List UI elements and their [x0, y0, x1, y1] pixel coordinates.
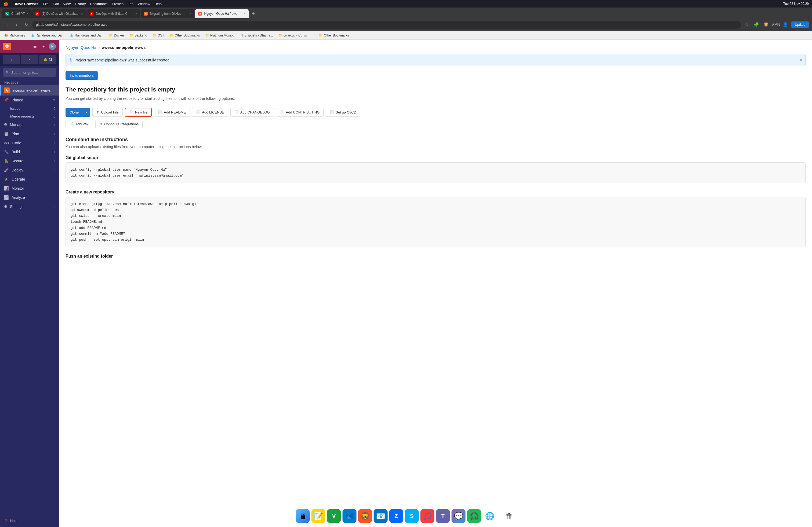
add-contributing-button[interactable]: 📄 Add CONTRIBUTING [276, 108, 324, 117]
dock-outlook[interactable]: 📧 [374, 509, 388, 523]
sidebar-issues[interactable]: Issues 0 [0, 105, 59, 112]
invite-members-button[interactable]: Invite members [66, 71, 98, 80]
add-wiki-button[interactable]: 📄 Add Wiki [66, 120, 93, 128]
clone-button[interactable]: Clone [66, 108, 83, 117]
dock-notes[interactable]: 📝 [311, 509, 325, 523]
dock-music[interactable]: 🎵 [420, 509, 434, 523]
tab-close-nguyen[interactable]: × [244, 12, 245, 15]
upload-file-button[interactable]: ⬆ Upload File [92, 108, 123, 117]
sidebar-pinned[interactable]: 📌 Pinned ∨ [0, 95, 59, 105]
forward-button[interactable]: › [13, 21, 20, 28]
breadcrumb-parent[interactable]: Nguyen Quoc Ha [66, 45, 97, 50]
sidebar-operate[interactable]: ⚡ Operate › [0, 175, 59, 184]
profile-button[interactable]: 👤 [782, 21, 789, 28]
dock-trash[interactable]: 🗑 [503, 509, 516, 523]
bookmarks-overflow[interactable]: » [313, 33, 315, 37]
dock-zalo[interactable]: Z [389, 509, 403, 523]
bookmark-other[interactable]: 📁 Other Bookmarks [168, 33, 202, 38]
dock-spotify[interactable]: 🎧 [467, 509, 481, 523]
tab-nguyen[interactable]: B Nguyen Quoc Ha / awesome-p... × [195, 9, 249, 18]
bookmark-snippets[interactable]: 📋 Snippets - Dhanra... [237, 33, 275, 38]
bookmark-raindrops1[interactable]: 💧 Raindrops and Da... [28, 33, 67, 38]
update-button[interactable]: Update [791, 21, 809, 28]
bookmark-other-bar[interactable]: 📁 Other Bookmarks [317, 33, 351, 38]
menu-history[interactable]: History [75, 2, 86, 6]
apple-menu[interactable]: 🍎 [3, 1, 9, 6]
build-chevron: › [54, 150, 55, 154]
tab-devops1[interactable]: ▶ (1) DevOps with GitLab CI Course - × [32, 9, 86, 18]
bookmark-raindrops2[interactable]: 💧 Raindrops and Da... [68, 33, 105, 38]
sidebar-search[interactable]: 🔍 Search or go to... [3, 68, 56, 77]
bookmark-button[interactable]: ☆ [743, 21, 751, 28]
tab-migrating[interactable]: G Migrating from GitHub Actions | Git...… [141, 9, 194, 18]
address-bar-input[interactable]: gitlab.com/hafinisteam/awesome-pipeline-… [32, 21, 741, 29]
new-tab-button[interactable]: + [249, 9, 257, 18]
dock-finder[interactable]: 🖥 [296, 509, 310, 523]
sidebar-build[interactable]: 🔧 Build › [0, 147, 59, 156]
extensions-button[interactable]: 🧩 [753, 21, 760, 28]
menu-tab[interactable]: Tab [128, 2, 133, 6]
clone-caret-icon: ▾ [85, 110, 87, 114]
tab-close-migrating[interactable]: × [190, 12, 191, 15]
dock-vscode[interactable] [343, 509, 357, 523]
add-license-button[interactable]: 📄 Add LICENSE [192, 108, 228, 117]
dock-messenger[interactable]: 💬 [452, 509, 466, 523]
reload-button[interactable]: ↻ [23, 21, 30, 28]
add-changelog-button[interactable]: 📄 Add CHANGELOG [230, 108, 274, 117]
bookmark-ost[interactable]: 📁 OST [150, 33, 166, 38]
sidebar-project-name[interactable]: A awesome-pipeline-aws [0, 85, 59, 95]
sidebar-merge-requests[interactable]: Merge requests 0 [0, 112, 59, 120]
bookmark-backend[interactable]: 📁 Backend [127, 33, 149, 38]
sidebar-search-label: Search or go to... [11, 71, 38, 75]
tab-devops2[interactable]: ▶ DevOps with GitLab CI - Introductio...… [86, 9, 140, 18]
brave-shields[interactable]: 🦁 [762, 21, 770, 28]
alert-close-button[interactable]: × [800, 58, 802, 62]
dock-chrome[interactable]: 🌐 [483, 509, 497, 523]
sidebar-add-btn[interactable]: + [40, 43, 47, 50]
menu-file[interactable]: File [43, 2, 48, 6]
dock-brave[interactable]: 🦁 [358, 509, 372, 523]
sidebar-plan[interactable]: 📋 Plan › [0, 129, 59, 138]
merge-requests-action[interactable]: ⑂ [3, 55, 20, 64]
add-readme-label: Add README [164, 110, 186, 114]
bookmark-docker[interactable]: 📁 Docker [106, 33, 126, 38]
back-button[interactable]: ‹ [3, 21, 11, 28]
sidebar-deploy[interactable]: 🚀 Deploy › [0, 166, 59, 175]
sidebar-analyze[interactable]: 📈 Analyze › [0, 193, 59, 202]
user-avatar[interactable]: N [49, 43, 56, 50]
menu-view[interactable]: View [63, 2, 71, 6]
configure-integrations-button[interactable]: ⚙ Configure Integrations [95, 120, 143, 128]
setup-cicd-button[interactable]: 📄 Set up CI/CD [326, 108, 360, 117]
tab-close-devops2[interactable]: × [135, 12, 137, 15]
notifications-action[interactable]: 🔔 42 [39, 55, 56, 64]
menu-profiles[interactable]: Profiles [112, 2, 124, 6]
dock-skype[interactable]: S [405, 509, 419, 523]
sidebar-monitor[interactable]: 📊 Monitor › [0, 184, 59, 193]
sidebar-code[interactable]: </> Code › [0, 138, 59, 147]
menu-help[interactable]: Help [155, 2, 162, 6]
dock-vim[interactable]: V [327, 509, 341, 523]
menu-window[interactable]: Window [138, 2, 150, 6]
tab-close-chatgpt[interactable]: × [27, 12, 28, 15]
sidebar-help[interactable]: ❓ Help [4, 517, 55, 524]
analyze-icon: 📈 [4, 195, 9, 200]
tab-close-devops1[interactable]: × [81, 12, 83, 15]
vpn-button[interactable]: VPN [772, 21, 780, 28]
dock-teams[interactable]: T [436, 509, 450, 523]
bookmark-platinum[interactable]: 📁 Platinum Mosaic [203, 33, 236, 38]
bookmark-midjourney[interactable]: 🎨 Midjourney [2, 33, 27, 38]
monitor-icon: 📊 [4, 186, 9, 191]
menu-bookmarks[interactable]: Bookmarks [90, 2, 108, 6]
sidebar-secure[interactable]: 🔒 Secure › [0, 156, 59, 166]
clone-dropdown-button[interactable]: ▾ [83, 108, 90, 117]
menu-edit[interactable]: Edit [53, 2, 59, 6]
bookmark-cwarcup[interactable]: 📁 cwarcup - Curtis... [276, 33, 312, 38]
sidebar-toggle-btn[interactable]: ☰ [32, 43, 38, 50]
issues-action[interactable]: ✓ [21, 55, 38, 64]
tab-chatgpt[interactable]: C ChatGPT × [2, 9, 32, 18]
sidebar-manage[interactable]: ⚙ Manage › [0, 120, 59, 129]
add-readme-button[interactable]: 📄 Add README [154, 108, 190, 117]
sidebar-settings[interactable]: ⚙ Settings › [0, 202, 59, 211]
settings-label: Settings [10, 205, 52, 209]
new-file-button[interactable]: 📄 New file [125, 108, 152, 117]
